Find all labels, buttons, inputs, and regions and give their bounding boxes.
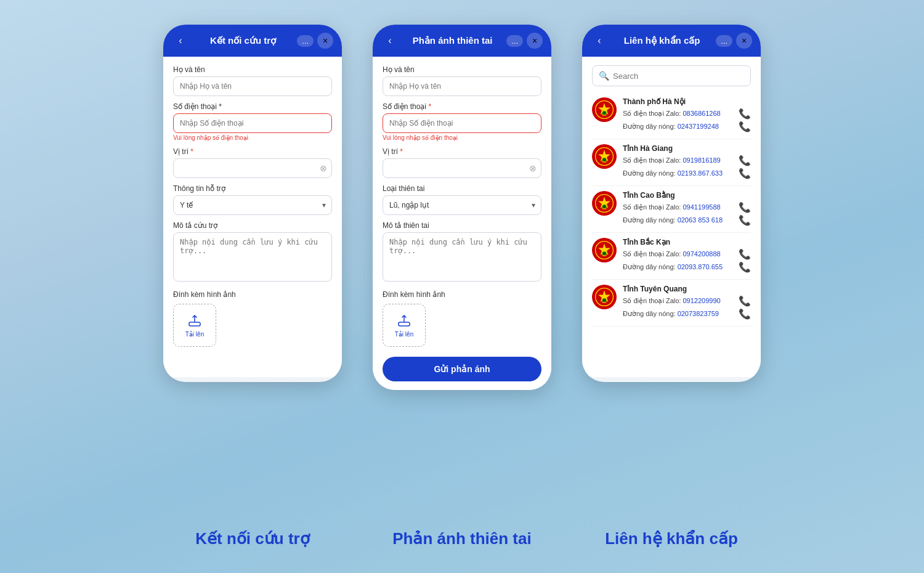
contact-hotline-label: Đường dây nóng: 02073823759	[623, 310, 719, 318]
location-input-2[interactable]	[383, 158, 541, 178]
svg-point-25	[602, 298, 606, 303]
search-box: 🔍	[592, 65, 751, 86]
contact-info: Tỉnh Hà Giang Số điện thoại Zalo: 091981…	[623, 144, 751, 181]
desc-textarea-1[interactable]	[173, 232, 332, 282]
contact-hotline-number[interactable]: 02193.867.633	[678, 169, 723, 177]
contact-hotline-number[interactable]: 02437199248	[678, 123, 719, 130]
contact-item: Tỉnh Cao Bằng Số điện thoại Zalo: 094119…	[592, 186, 751, 233]
upload-icon-2	[397, 314, 411, 328]
support-select-1[interactable]: Y tế	[173, 195, 332, 215]
phones-row: ‹ Kết nối cứu trợ ... × Họ và tên Số điệ…	[163, 25, 761, 514]
phone-3-close[interactable]: ×	[736, 33, 752, 49]
contact-hotline-number[interactable]: 02063 853 618	[678, 216, 723, 224]
disaster-select-2[interactable]: Lũ, ngập lụt	[383, 195, 541, 215]
svg-point-15	[602, 205, 606, 209]
contact-hotline-row: Đường dây nóng: 02093.870.655 📞	[623, 261, 751, 273]
contact-zalo-row: Số điện thoại Zalo: 0941199588 📞	[623, 201, 751, 213]
phone-2-body: Họ và tên Số điện thoại * Vui lòng nhập …	[373, 57, 551, 390]
contact-hotline-row: Đường dây nóng: 02063 853 618 📞	[623, 214, 751, 226]
phone-1-back-button[interactable]: ‹	[172, 32, 189, 49]
submit-button-2[interactable]: Gửi phản ánh	[383, 357, 541, 381]
phone-call-zalo-btn[interactable]: 📞	[739, 295, 751, 307]
feature-label-2: Phản ánh thiên tai	[373, 529, 551, 548]
clear-icon-2[interactable]: ⊗	[529, 163, 537, 173]
phone-1-close[interactable]: ×	[317, 33, 333, 49]
phone-2-header-right: ... ×	[506, 33, 543, 49]
phone-call-hotline-btn[interactable]: 📞	[739, 214, 751, 226]
phone-3-header: ‹ Liên hệ khẩn cấp ... ×	[582, 25, 761, 57]
phone-call-zalo-btn[interactable]: 📞	[739, 155, 751, 166]
contact-hotline-number[interactable]: 02093.870.655	[678, 263, 723, 270]
phone-2-header: ‹ Phản ánh thiên tai ... ×	[373, 25, 551, 57]
phone-call-zalo-btn[interactable]: 📞	[739, 201, 751, 213]
phone-2-header-left: ‹	[381, 32, 399, 49]
contact-zalo-row: Số điện thoại Zalo: 0836861268 📞	[623, 108, 751, 120]
name-input-2[interactable]	[383, 76, 541, 96]
search-input[interactable]	[613, 71, 744, 81]
phone-2-close[interactable]: ×	[527, 33, 543, 49]
contact-name: Tỉnh Cao Bằng	[623, 191, 751, 200]
contact-item: Tỉnh Hà Giang Số điện thoại Zalo: 091981…	[592, 139, 751, 186]
location-wrapper-2: ⊗	[383, 158, 541, 178]
clear-icon-1[interactable]: ⊗	[320, 163, 327, 173]
name-input-1[interactable]	[173, 76, 332, 96]
phone-call-hotline-btn[interactable]: 📞	[739, 121, 751, 132]
location-label-2: Vị trí *	[383, 147, 541, 156]
phone-2: ‹ Phản ánh thiên tai ... × Họ và tên Số …	[373, 25, 551, 390]
phone-1-header-left: ‹	[172, 32, 189, 49]
contact-zalo-row: Số điện thoại Zalo: 0974200888 📞	[623, 248, 751, 260]
attach-box-2[interactable]: Tải lên	[383, 304, 426, 347]
phone-call-hotline-btn[interactable]: 📞	[739, 168, 751, 179]
phone-error-1: Vui lòng nhập số điện thoại	[173, 134, 332, 141]
contact-name: Thành phố Hà Nội	[623, 97, 751, 106]
contact-hotline-row: Đường dây nóng: 02073823759 📞	[623, 308, 751, 320]
attach-box-1[interactable]: Tải lên	[173, 304, 216, 347]
name-label-1: Họ và tên	[173, 65, 332, 74]
phone-call-zalo-btn[interactable]: 📞	[739, 108, 751, 120]
contact-name: Tỉnh Tuyên Quang	[623, 285, 751, 293]
phone-2-dots[interactable]: ...	[506, 35, 523, 47]
contact-zalo-number[interactable]: 0974200888	[683, 250, 720, 258]
contact-hotline-number[interactable]: 02073823759	[678, 310, 719, 317]
phone-input-2[interactable]	[383, 113, 541, 133]
contact-zalo-number[interactable]: 0912209990	[683, 297, 720, 304]
svg-rect-0	[189, 322, 200, 326]
contact-avatar	[592, 238, 617, 262]
phone-3-title: Liên hệ khẩn cấp	[608, 35, 716, 46]
phone-call-hotline-btn[interactable]: 📞	[739, 308, 751, 320]
contact-hotline-label: Đường dây nóng: 02437199248	[623, 123, 719, 131]
contact-info: Thành phố Hà Nội Số điện thoại Zalo: 083…	[623, 97, 751, 134]
svg-rect-1	[399, 322, 410, 326]
feature-label-3: Liên hệ khẩn cấp	[582, 529, 761, 548]
phone-label-2: Số điện thoại *	[383, 102, 541, 111]
disaster-select-wrapper-2: Lũ, ngập lụt ▾	[383, 195, 541, 215]
attach-label-1: Đính kèm hình ảnh	[173, 290, 332, 299]
contact-zalo-number[interactable]: 0919816189	[683, 156, 720, 164]
search-icon: 🔍	[599, 71, 609, 81]
phone-3-back-button[interactable]: ‹	[591, 32, 608, 49]
attach-section-2: Đính kèm hình ảnh Tải lên	[383, 290, 541, 347]
phone-1-dots[interactable]: ...	[297, 35, 314, 47]
contact-zalo-number[interactable]: 0941199588	[683, 203, 720, 211]
phone-call-zalo-btn[interactable]: 📞	[739, 248, 751, 260]
main-content: ‹ Kết nối cứu trợ ... × Họ và tên Số điệ…	[0, 0, 924, 573]
phone-3-body: 🔍 Thành phố Hà Nội Số điện thoại Zalo: 0…	[582, 57, 761, 377]
phone-3-dots[interactable]: ...	[716, 35, 732, 47]
attach-label-2: Đính kèm hình ảnh	[383, 290, 541, 299]
contact-zalo-label: Số điện thoại Zalo: 0836861268	[623, 110, 721, 118]
location-wrapper-1: ⊗	[173, 158, 332, 178]
location-label-1: Vị trí *	[173, 147, 332, 156]
phone-input-1[interactable]	[173, 113, 332, 133]
phone-2-back-button[interactable]: ‹	[381, 32, 399, 49]
contact-list: Thành phố Hà Nội Số điện thoại Zalo: 083…	[592, 92, 751, 327]
contact-zalo-number[interactable]: 0836861268	[683, 110, 720, 117]
contact-hotline-label: Đường dây nóng: 02093.870.655	[623, 263, 723, 271]
location-input-1[interactable]	[173, 158, 332, 178]
desc-textarea-2[interactable]	[383, 232, 541, 282]
contact-zalo-label: Số điện thoại Zalo: 0912209990	[623, 297, 721, 305]
phone-1: ‹ Kết nối cứu trợ ... × Họ và tên Số điệ…	[163, 25, 342, 382]
phone-error-2: Vui lòng nhập số điện thoại	[383, 134, 541, 141]
attach-text-2: Tải lên	[395, 331, 413, 338]
phone-call-hotline-btn[interactable]: 📞	[739, 261, 751, 273]
contact-zalo-row: Số điện thoại Zalo: 0919816189 📞	[623, 155, 751, 166]
